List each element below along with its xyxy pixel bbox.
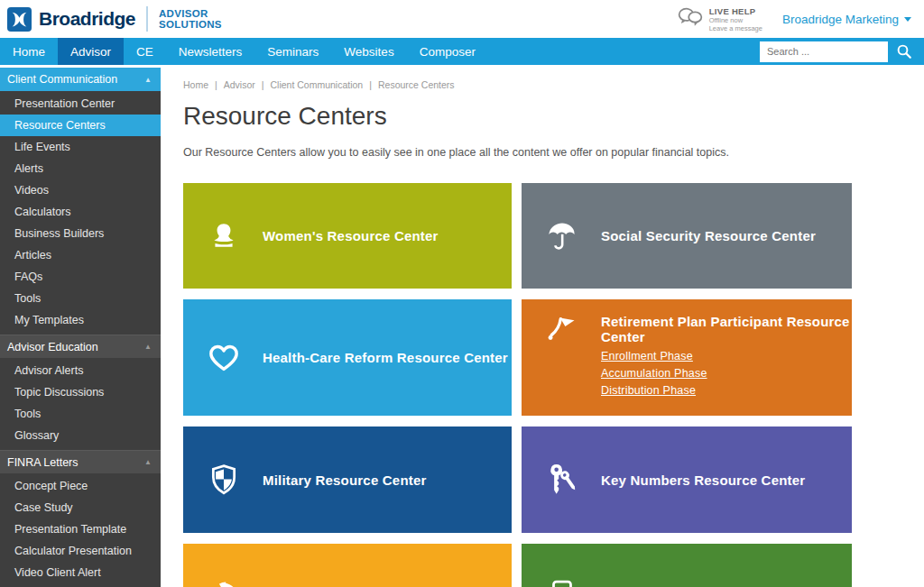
tile-key-numbers-resource-center[interactable]: Key Numbers Resource Center — [522, 426, 852, 533]
sidebar-item-business-builders[interactable]: Business Builders — [0, 223, 161, 244]
woman-icon — [205, 221, 243, 252]
tile-tax-planning-resource-center[interactable]: Tax Planning Resource Center — [183, 544, 512, 587]
sidebar-section-finra-letters[interactable]: FINRA Letters ▲ — [0, 450, 161, 473]
tab-ce[interactable]: CE — [124, 38, 166, 65]
brand-suffix-line2: SOLUTIONS — [159, 19, 222, 30]
sidebar-item-education-tools[interactable]: Tools — [0, 403, 161, 425]
search-icon — [896, 43, 912, 60]
breadcrumb-separator: | — [369, 79, 372, 90]
chevron-up-icon: ▲ — [144, 458, 152, 466]
tile-military-resource-center[interactable]: Military Resource Center — [183, 426, 512, 533]
keys-icon — [543, 463, 581, 497]
breadcrumb-separator: | — [262, 79, 264, 90]
tab-newsletters[interactable]: Newsletters — [166, 38, 255, 65]
tile-title: Retirement Plan Participant Resource Cen… — [601, 314, 850, 344]
brand-name: Broadridge — [39, 8, 135, 30]
breadcrumb-advisor[interactable]: Advisor — [224, 79, 255, 90]
distribution-phase-link[interactable]: Distribution Phase — [601, 382, 852, 399]
accumulation-phase-link[interactable]: Accumulation Phase — [601, 365, 852, 382]
sidebar-item-presentation-template[interactable]: Presentation Template — [0, 518, 161, 540]
section-title: Client Communication — [7, 73, 117, 86]
tile-label: Key Numbers Resource Center — [601, 472, 805, 488]
account-menu[interactable]: Broadridge Marketing — [782, 13, 911, 26]
pie-chart-icon — [205, 581, 243, 587]
tab-seminars[interactable]: Seminars — [254, 38, 331, 65]
heart-icon — [205, 343, 243, 373]
live-help-title: LIVE HELP — [709, 6, 762, 16]
tile-retirement-plan-participant-resource-center[interactable]: Retirement Plan Participant Resource Cen… — [522, 299, 852, 416]
sidebar-item-advisor-alerts[interactable]: Advisor Alerts — [0, 360, 161, 381]
sidebar-item-tools[interactable]: Tools — [0, 288, 161, 309]
sidebar-item-calculator-presentation[interactable]: Calculator Presentation — [0, 540, 161, 562]
account-menu-label: Broadridge Marketing — [782, 13, 899, 26]
sidebar: Client Communication ▲ Presentation Cent… — [0, 68, 161, 587]
live-help-widget[interactable]: LIVE HELP Offline now Leave a message — [677, 6, 762, 32]
live-help-status: Offline now — [709, 16, 762, 24]
chat-bubbles-icon — [677, 6, 704, 32]
top-header: Broadridge ADVISOR SOLUTIONS LIVE HELP O… — [0, 0, 924, 38]
sidebar-item-life-events[interactable]: Life Events — [0, 136, 161, 158]
mobile-icon — [543, 580, 581, 587]
page-title: Resource Centers — [183, 102, 924, 131]
breadcrumb-current: Resource Centers — [378, 79, 455, 90]
shield-icon — [205, 463, 243, 496]
breadcrumb-separator: | — [215, 79, 217, 90]
main-content: Home | Advisor | Client Communication | … — [161, 65, 924, 587]
sidebar-section-client-communication[interactable]: Client Communication ▲ — [0, 68, 161, 91]
breadcrumb-home[interactable]: Home — [183, 79, 208, 90]
tile-label: Health-Care Reform Resource Center — [263, 350, 508, 365]
tile-label: Retirement Plan Participant Resource Cen… — [601, 314, 852, 399]
sidebar-item-case-study[interactable]: Case Study — [0, 497, 161, 518]
sidebar-item-alerts[interactable]: Alerts — [0, 158, 161, 179]
tile-millennial-resource-center[interactable]: Millennial Resource Center — [522, 544, 852, 587]
tab-advisor[interactable]: Advisor — [58, 38, 124, 65]
sidebar-item-resource-centers[interactable]: Resource Centers — [0, 115, 161, 136]
flag-icon — [543, 314, 581, 346]
search-button[interactable] — [888, 38, 920, 65]
tile-label: Social Security Resource Center — [601, 228, 816, 243]
broadridge-logo[interactable]: Broadridge ADVISOR SOLUTIONS — [7, 6, 222, 32]
sidebar-item-topic-discussions[interactable]: Topic Discussions — [0, 381, 161, 403]
section-title: FINRA Letters — [7, 456, 79, 469]
tab-composer[interactable]: Composer — [407, 38, 488, 65]
sidebar-item-video-client-alert[interactable]: Video Client Alert — [0, 562, 161, 583]
live-help-action: Leave a message — [709, 24, 762, 32]
sidebar-section-advisor-education[interactable]: Advisor Education ▲ — [0, 335, 161, 358]
tab-websites[interactable]: Websites — [331, 38, 406, 65]
tile-womens-resource-center[interactable]: Women's Resource Center — [183, 183, 512, 289]
tile-label: Women's Resource Center — [263, 228, 439, 243]
chevron-down-icon — [904, 17, 911, 22]
umbrella-icon — [543, 220, 581, 252]
breadcrumb: Home | Advisor | Client Communication | … — [183, 79, 924, 90]
sidebar-item-videos[interactable]: Videos — [0, 179, 161, 201]
sidebar-item-faqs[interactable]: FAQs — [0, 266, 161, 288]
sidebar-item-calculators[interactable]: Calculators — [0, 201, 161, 223]
enrollment-phase-link[interactable]: Enrollment Phase — [601, 348, 852, 365]
breadcrumb-client-communication[interactable]: Client Communication — [271, 79, 364, 90]
tile-label: Military Resource Center — [263, 472, 427, 488]
intro-text: Our Resource Centers allow you to easily… — [183, 146, 924, 159]
section-title: Advisor Education — [7, 341, 98, 353]
resource-tiles-grid: Women's Resource Center Social Security … — [183, 183, 852, 587]
sidebar-item-articles[interactable]: Articles — [0, 244, 161, 266]
chevron-up-icon: ▲ — [144, 343, 152, 351]
search-input[interactable] — [760, 41, 888, 62]
chevron-up-icon: ▲ — [144, 76, 152, 84]
tile-social-security-resource-center[interactable]: Social Security Resource Center — [522, 183, 852, 289]
brand-suffix-line1: ADVISOR — [159, 8, 208, 19]
tile-health-care-reform-resource-center[interactable]: Health-Care Reform Resource Center — [183, 299, 512, 416]
sidebar-item-concept-video[interactable]: Concept Video — [0, 583, 161, 587]
sidebar-item-glossary[interactable]: Glossary — [0, 425, 161, 446]
sidebar-item-concept-piece[interactable]: Concept Piece — [0, 475, 161, 497]
broadridge-logo-icon — [7, 7, 32, 32]
sidebar-item-presentation-center[interactable]: Presentation Center — [0, 93, 161, 115]
tab-home[interactable]: Home — [0, 38, 58, 65]
main-nav: Home Advisor CE Newsletters Seminars Web… — [0, 38, 924, 65]
brand-separator — [146, 6, 148, 32]
sidebar-item-my-templates[interactable]: My Templates — [0, 309, 161, 331]
